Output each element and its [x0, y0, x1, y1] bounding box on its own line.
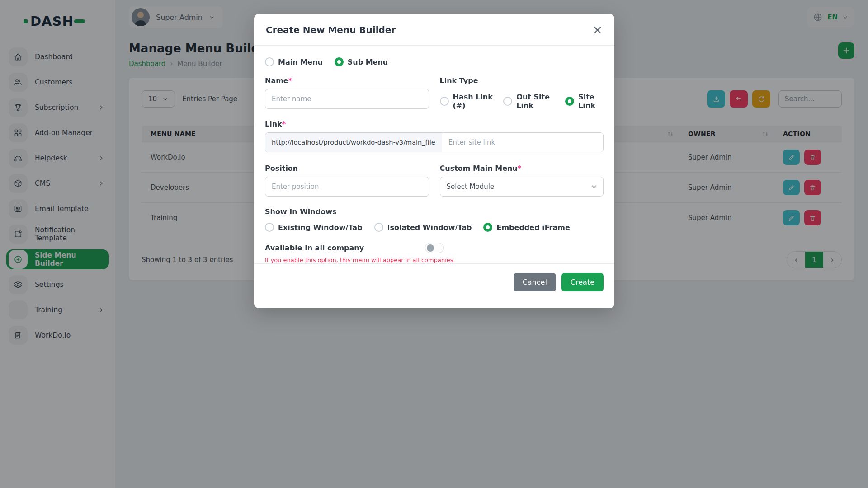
link-type-label: Link Type — [440, 76, 604, 85]
modal-footer: Cancel Create — [254, 263, 614, 310]
toggle-knob — [427, 244, 434, 252]
out-site-link-option[interactable]: Out Site Link — [503, 93, 555, 110]
radio-label: Isolated Window/Tab — [387, 223, 472, 232]
custom-main-menu-label: Custom Main Menu* — [440, 164, 604, 173]
main-menu-option[interactable]: Main Menu — [265, 57, 323, 66]
sub-menu-option[interactable]: Sub Menu — [335, 57, 388, 66]
link-field-block: Link* http://localhost/product/workdo-da… — [265, 120, 604, 152]
create-menu-builder-modal: Create New Menu Builder × Main Menu Sub … — [254, 14, 614, 308]
module-select-value: Select Module — [447, 183, 495, 191]
available-in-all-company-label: Avaliable in all company — [265, 244, 425, 252]
required-asterisk: * — [288, 76, 292, 85]
radio-out-site-link[interactable] — [503, 97, 512, 106]
module-select[interactable]: Select Module — [440, 177, 604, 197]
radio-isolated-window[interactable] — [374, 223, 383, 232]
create-button[interactable]: Create — [561, 273, 604, 291]
site-link-input[interactable] — [442, 133, 603, 152]
name-field-block: Name* — [265, 76, 429, 110]
cancel-button[interactable]: Cancel — [514, 273, 556, 291]
available-company-block: Avaliable in all company If you enable t… — [265, 243, 604, 263]
radio-hash-link[interactable] — [440, 97, 449, 106]
radio-main-menu[interactable] — [265, 57, 274, 66]
modal-body: Main Menu Sub Menu Name* Link Type Hash … — [254, 46, 614, 263]
radio-label: Existing Window/Tab — [278, 223, 363, 232]
available-in-all-company-toggle[interactable] — [425, 243, 444, 253]
position-label: Position — [265, 164, 429, 173]
name-label: Name* — [265, 76, 429, 85]
radio-label: Sub Menu — [348, 58, 388, 66]
hash-link-option[interactable]: Hash Link (#) — [440, 93, 494, 110]
close-icon[interactable]: × — [592, 23, 603, 36]
required-asterisk: * — [518, 164, 521, 173]
isolated-window-option[interactable]: Isolated Window/Tab — [374, 223, 472, 232]
link-type-block: Link Type Hash Link (#) Out Site Link Si… — [440, 76, 604, 110]
link-type-radio-group: Hash Link (#) Out Site Link Site Link — [440, 93, 604, 110]
radio-sub-menu[interactable] — [335, 57, 344, 66]
radio-label: Out Site Link — [516, 93, 555, 110]
modal-header: Create New Menu Builder × — [254, 14, 614, 46]
radio-label: Embedded iFrame — [496, 223, 570, 232]
menu-type-radio-group: Main Menu Sub Menu — [265, 57, 604, 66]
radio-label: Main Menu — [278, 58, 323, 66]
link-label: Link* — [265, 120, 604, 128]
radio-site-link[interactable] — [565, 97, 574, 106]
radio-existing-window[interactable] — [265, 223, 274, 232]
name-input[interactable] — [265, 89, 429, 109]
link-input-group: http://localhost/product/workdo-dash-v3/… — [265, 132, 604, 152]
position-input[interactable] — [265, 177, 429, 197]
show-in-windows-block: Show In Windows Existing Window/Tab Isol… — [265, 207, 604, 232]
show-in-windows-label: Show In Windows — [265, 207, 604, 216]
position-field-block: Position — [265, 164, 429, 197]
radio-embedded-iframe[interactable] — [483, 223, 492, 232]
radio-label: Site Link — [578, 93, 604, 110]
site-link-option[interactable]: Site Link — [565, 93, 604, 110]
show-in-windows-radio-group: Existing Window/Tab Isolated Window/Tab … — [265, 223, 604, 232]
link-base-url-addon: http://localhost/product/workdo-dash-v3/… — [265, 133, 442, 152]
radio-label: Hash Link (#) — [453, 93, 494, 110]
existing-window-option[interactable]: Existing Window/Tab — [265, 223, 363, 232]
embedded-iframe-option[interactable]: Embedded iFrame — [483, 223, 570, 232]
chevron-down-icon — [591, 183, 597, 190]
modal-title: Create New Menu Builder — [266, 24, 396, 35]
custom-main-menu-block: Custom Main Menu* Select Module — [440, 164, 604, 197]
required-asterisk: * — [282, 120, 286, 128]
available-helper-text: If you enable this option, this menu wil… — [265, 257, 604, 263]
